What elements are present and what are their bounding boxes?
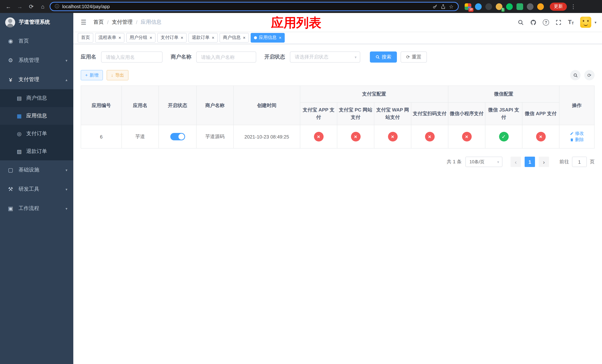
sidebar-item-infra[interactable]: ▢ 基础设施 ▾ <box>0 160 73 180</box>
tab-user-group[interactable]: 用户分组× <box>126 33 155 43</box>
goto-page-input[interactable] <box>572 157 587 167</box>
cell-alipay-pc: × <box>337 125 374 149</box>
edit-link[interactable]: 修改 <box>570 130 584 137</box>
table-toolbar: + 新增 ↓ 导出 ⟳ <box>81 70 595 80</box>
address-bar[interactable]: ⓘ localhost:1024/pay/app ☆ <box>50 2 459 11</box>
next-page-button[interactable]: › <box>539 157 549 167</box>
merchant-name-input[interactable] <box>196 52 256 63</box>
filter-merchant-name: 商户名称 <box>171 52 256 63</box>
refresh-table-button[interactable]: ⟳ <box>584 70 595 80</box>
breadcrumb-home[interactable]: 首页 <box>94 19 104 26</box>
pagination: 共 1 条 10条/页 ▾ ‹ 1 › 前往 页 <box>81 157 595 167</box>
close-icon[interactable]: × <box>181 35 183 40</box>
extension-avatar-icon[interactable]: 1 <box>496 3 502 10</box>
bookmark-star-icon[interactable]: ☆ <box>449 3 453 10</box>
document-icon: ▨ <box>16 149 22 154</box>
tab-pay-order[interactable]: 支付订单× <box>157 33 187 43</box>
app-name-input[interactable] <box>101 52 162 63</box>
fullscreen-icon[interactable] <box>555 19 562 25</box>
sidebar-item-devtools[interactable]: ⚒ 研发工具 ▾ <box>0 180 73 199</box>
extension-wechat-icon[interactable] <box>506 3 513 10</box>
tab-merchant-info[interactable]: 商户信息× <box>220 33 249 43</box>
status-select[interactable]: 请选择开启状态 ▾ <box>290 52 360 63</box>
tab-refund-order[interactable]: 退款订单× <box>188 33 218 43</box>
extension-chat-icon[interactable] <box>516 3 523 10</box>
status-cross-icon: × <box>462 132 472 142</box>
search-button[interactable]: 搜索 <box>370 52 397 63</box>
col-status: 开启状态 <box>159 86 196 125</box>
back-icon[interactable]: ← <box>4 2 13 11</box>
close-icon[interactable]: × <box>243 35 246 40</box>
search-icon[interactable] <box>517 19 524 25</box>
user-menu-caret-icon[interactable]: ▾ <box>595 20 596 24</box>
filter-form: 应用名 商户名称 开启状态 请选择开启状态 ▾ <box>81 52 595 63</box>
close-icon[interactable]: × <box>118 35 121 40</box>
forward-icon[interactable]: → <box>15 2 24 11</box>
browser-update-button[interactable]: 更新 <box>550 2 567 11</box>
sidebar-item-pay-order[interactable]: ◎ 支付订单 <box>0 125 73 143</box>
close-icon[interactable]: × <box>279 35 281 40</box>
home-icon[interactable]: ⌂ <box>38 2 47 11</box>
share-icon[interactable] <box>441 4 446 9</box>
close-icon[interactable]: × <box>212 35 214 40</box>
add-button[interactable]: + 新增 <box>81 70 103 80</box>
page-size-select[interactable]: 10条/页 ▾ <box>465 157 502 167</box>
page-size-value: 10条/页 <box>469 159 484 165</box>
prev-page-button[interactable]: ‹ <box>511 157 521 167</box>
gear-icon: ⚙ <box>7 57 14 64</box>
sidebar-item-label: 工作流程 <box>19 205 39 212</box>
grid-icon: ▦ <box>16 113 22 119</box>
col-alipay-wap: 支付宝 WAP 网站支付 <box>374 102 411 125</box>
browser-menu-icon[interactable]: ⋮ <box>569 3 578 10</box>
sidebar-logo[interactable]: 芋道管理系统 <box>0 13 73 32</box>
tab-label: 支付订单 <box>161 34 178 41</box>
font-size-small: T <box>572 21 574 25</box>
sidebar-item-app-info[interactable]: ▦ 应用信息 <box>0 107 73 125</box>
status-check-icon: ✓ <box>499 132 508 142</box>
breadcrumb-pay[interactable]: 支付管理 <box>112 19 133 26</box>
plus-icon: + <box>85 73 88 78</box>
tab-process-form[interactable]: 流程表单× <box>95 33 124 43</box>
reload-icon[interactable]: ⟳ <box>27 2 36 11</box>
extension-puzzle-icon[interactable] <box>527 3 534 10</box>
export-button[interactable]: ↓ 导出 <box>107 70 129 80</box>
filter-app-name: 应用名 <box>81 52 162 63</box>
sidebar-item-pay[interactable]: ¥ 支付管理 ▴ <box>0 70 73 89</box>
cell-alipay-wap: × <box>374 125 411 149</box>
sidebar-item-merchant-info[interactable]: ▤ 商户信息 <box>0 89 73 107</box>
font-size-icon[interactable]: TT <box>568 19 574 25</box>
tab-app-info[interactable]: 应用信息× <box>251 33 285 43</box>
yen-icon: ¥ <box>7 76 14 83</box>
download-icon: ↓ <box>111 73 113 78</box>
sidebar-item-refund-order[interactable]: ▨ 退款订单 <box>0 143 73 160</box>
tab-label: 应用信息 <box>259 34 277 41</box>
col-wx-mini: 微信小程序支付 <box>448 102 485 125</box>
extension-dark-icon[interactable] <box>485 3 492 10</box>
current-page-button[interactable]: 1 <box>525 157 535 167</box>
help-icon[interactable]: ? <box>543 19 549 25</box>
user-avatar[interactable] <box>580 17 591 28</box>
sidebar-item-system[interactable]: ⚙ 系统管理 ▾ <box>0 51 73 70</box>
sidebar-item-home[interactable]: ◉ 首页 <box>0 32 73 51</box>
extension-gem-icon[interactable] <box>475 3 482 10</box>
close-icon[interactable]: × <box>150 35 152 40</box>
password-key-icon[interactable] <box>433 4 438 9</box>
toggle-search-button[interactable] <box>570 70 580 80</box>
github-icon[interactable] <box>530 19 537 25</box>
site-info-icon[interactable]: ⓘ <box>55 3 59 10</box>
tab-home[interactable]: 首页 <box>78 33 93 43</box>
profile-avatar-icon[interactable] <box>537 3 544 10</box>
refresh-icon: ⟳ <box>406 54 410 60</box>
collapse-sidebar-icon[interactable]: ☰ <box>79 18 88 26</box>
cell-wx-app: × <box>522 125 559 149</box>
extension-grid-icon[interactable]: 10 <box>465 3 471 10</box>
tools-icon: ⚒ <box>7 186 14 193</box>
reset-button[interactable]: ⟳ 重置 <box>401 52 427 63</box>
search-button-label: 搜索 <box>382 54 391 60</box>
app-title: 芋道管理系统 <box>19 19 50 26</box>
chevron-up-icon: ▴ <box>65 78 67 82</box>
breadcrumb-separator: / <box>136 19 137 25</box>
status-toggle[interactable] <box>170 133 185 140</box>
sidebar-item-workflow[interactable]: ▣ 工作流程 ▾ <box>0 199 73 218</box>
delete-link[interactable]: 删除 <box>570 137 584 143</box>
